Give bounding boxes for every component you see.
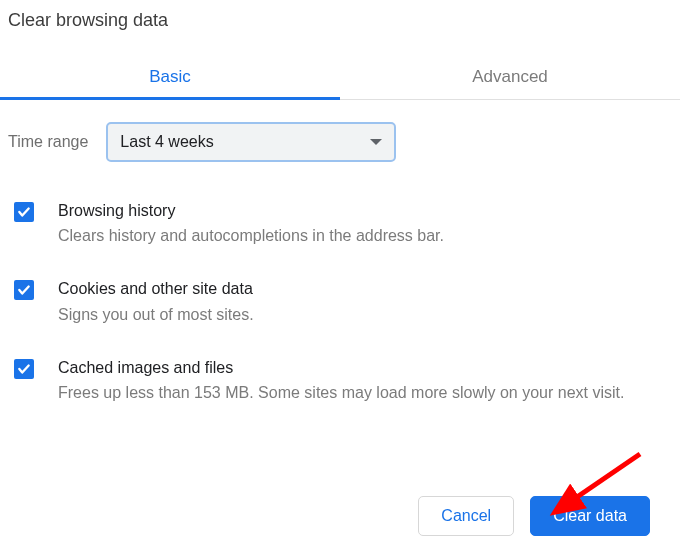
option-title: Browsing history <box>58 200 444 222</box>
check-icon <box>17 205 31 219</box>
check-icon <box>17 283 31 297</box>
dialog-footer: Cancel Clear data <box>418 496 650 536</box>
option-text: Cookies and other site data Signs you ou… <box>58 278 258 326</box>
option-title: Cached images and files <box>58 357 624 379</box>
tab-basic[interactable]: Basic <box>0 57 340 99</box>
time-range-select[interactable]: Last 4 weeks <box>106 122 396 162</box>
tab-advanced-label: Advanced <box>472 67 548 86</box>
time-range-value: Last 4 weeks <box>120 133 213 151</box>
option-desc: Signs you out of most sites. <box>58 303 254 327</box>
tab-basic-label: Basic <box>149 67 191 86</box>
clear-browsing-data-dialog: Clear browsing data Basic Advanced Time … <box>0 0 680 554</box>
check-icon <box>17 362 31 376</box>
clear-data-button-label: Clear data <box>553 507 627 525</box>
option-browsing-history: Browsing history Clears history and auto… <box>8 192 672 270</box>
option-text: Cached images and files Frees up less th… <box>58 357 628 405</box>
option-desc: Frees up less than 153 MB. Some sites ma… <box>58 381 624 405</box>
option-desc: Clears history and autocompletions in th… <box>58 224 444 248</box>
tabs: Basic Advanced <box>0 57 680 100</box>
chevron-down-icon <box>370 139 382 145</box>
options-list: Browsing history Clears history and auto… <box>8 192 672 427</box>
clear-data-button[interactable]: Clear data <box>530 496 650 536</box>
time-range-row: Time range Last 4 weeks <box>8 122 672 162</box>
cancel-button[interactable]: Cancel <box>418 496 514 536</box>
checkbox-cache[interactable] <box>14 359 34 379</box>
time-range-label: Time range <box>8 133 88 151</box>
tab-advanced[interactable]: Advanced <box>340 57 680 99</box>
cancel-button-label: Cancel <box>441 507 491 525</box>
option-cookies: Cookies and other site data Signs you ou… <box>8 270 672 348</box>
checkbox-cookies[interactable] <box>14 280 34 300</box>
option-title: Cookies and other site data <box>58 278 254 300</box>
option-text: Browsing history Clears history and auto… <box>58 200 448 248</box>
dialog-body: Time range Last 4 weeks Browsing history… <box>0 100 680 427</box>
option-cache: Cached images and files Frees up less th… <box>8 349 672 427</box>
checkbox-browsing-history[interactable] <box>14 202 34 222</box>
dialog-title: Clear browsing data <box>0 8 680 39</box>
